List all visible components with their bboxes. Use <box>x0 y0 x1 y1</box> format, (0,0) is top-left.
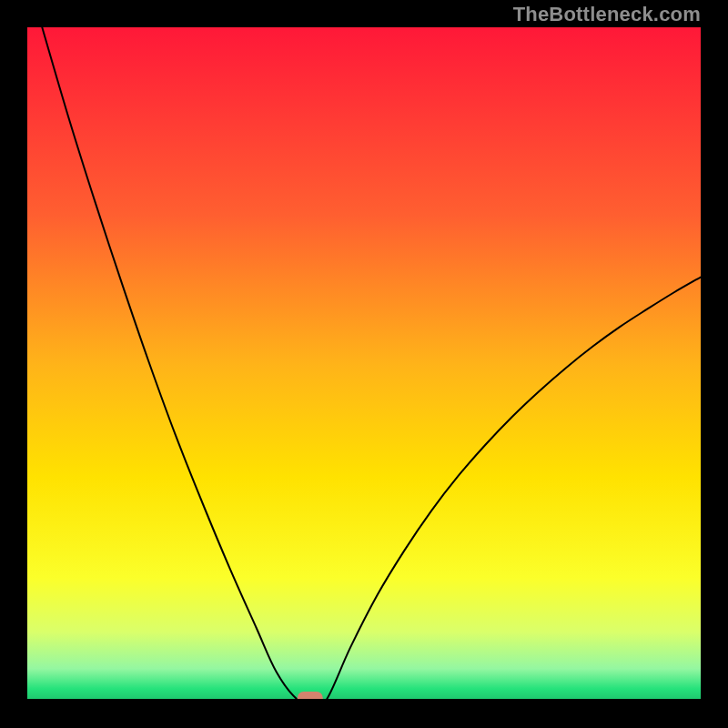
watermark-text: TheBottleneck.com <box>513 3 701 26</box>
gradient-background <box>27 27 701 699</box>
chart-stage: TheBottleneck.com <box>0 0 728 728</box>
bottleneck-chart <box>27 27 701 699</box>
optimum-marker <box>298 692 323 699</box>
